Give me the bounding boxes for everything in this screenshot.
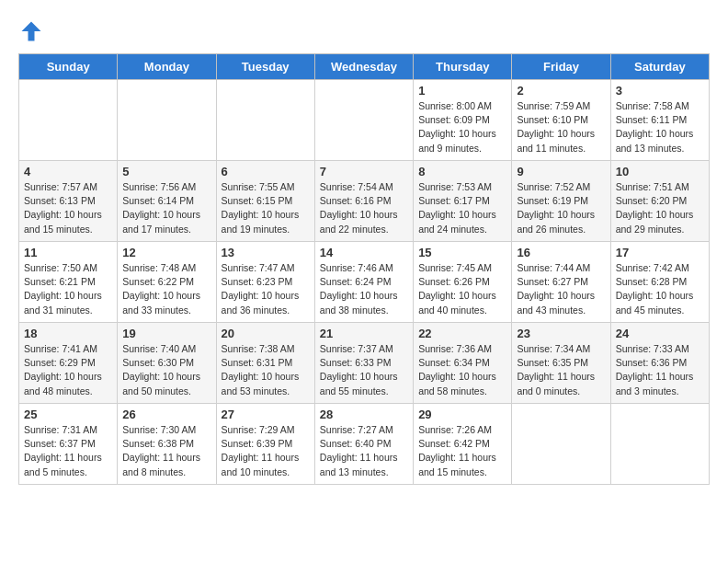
day-info: Sunrise: 7:31 AM Sunset: 6:37 PM Dayligh… <box>24 423 112 479</box>
day-number: 5 <box>122 165 210 178</box>
day-info: Sunrise: 7:51 AM Sunset: 6:20 PM Dayligh… <box>616 180 704 236</box>
day-info: Sunrise: 7:57 AM Sunset: 6:13 PM Dayligh… <box>24 180 112 236</box>
day-info: Sunrise: 7:52 AM Sunset: 6:19 PM Dayligh… <box>517 180 605 236</box>
calendar-cell: 9Sunrise: 7:52 AM Sunset: 6:19 PM Daylig… <box>512 161 610 242</box>
day-number: 28 <box>320 408 408 421</box>
calendar-cell: 21Sunrise: 7:37 AM Sunset: 6:33 PM Dayli… <box>314 323 413 404</box>
day-info: Sunrise: 7:26 AM Sunset: 6:42 PM Dayligh… <box>418 423 506 479</box>
calendar-cell: 26Sunrise: 7:30 AM Sunset: 6:38 PM Dayli… <box>118 404 216 485</box>
calendar-cell: 12Sunrise: 7:48 AM Sunset: 6:22 PM Dayli… <box>118 242 216 323</box>
calendar-week-row: 25Sunrise: 7:31 AM Sunset: 6:37 PM Dayli… <box>19 404 710 485</box>
weekday-header: Wednesday <box>314 54 413 80</box>
day-number: 14 <box>320 246 408 259</box>
calendar-cell <box>216 80 314 161</box>
calendar-cell: 3Sunrise: 7:58 AM Sunset: 6:11 PM Daylig… <box>610 80 709 161</box>
weekday-header: Thursday <box>414 54 512 80</box>
day-info: Sunrise: 7:40 AM Sunset: 6:30 PM Dayligh… <box>122 342 210 398</box>
day-number: 2 <box>517 84 605 98</box>
calendar-cell: 15Sunrise: 7:45 AM Sunset: 6:26 PM Dayli… <box>414 242 512 323</box>
svg-marker-0 <box>22 22 41 41</box>
day-number: 19 <box>122 327 210 340</box>
page-header <box>18 18 710 44</box>
calendar-week-row: 11Sunrise: 7:50 AM Sunset: 6:21 PM Dayli… <box>19 242 710 323</box>
calendar-cell: 13Sunrise: 7:47 AM Sunset: 6:23 PM Dayli… <box>216 242 314 323</box>
day-info: Sunrise: 7:48 AM Sunset: 6:22 PM Dayligh… <box>122 261 210 317</box>
logo <box>18 18 48 44</box>
day-number: 27 <box>222 408 310 421</box>
day-number: 11 <box>24 246 112 259</box>
calendar-cell: 2Sunrise: 7:59 AM Sunset: 6:10 PM Daylig… <box>512 80 610 161</box>
day-number: 3 <box>616 84 704 98</box>
day-info: Sunrise: 7:37 AM Sunset: 6:33 PM Dayligh… <box>320 342 408 398</box>
calendar-cell: 14Sunrise: 7:46 AM Sunset: 6:24 PM Dayli… <box>314 242 413 323</box>
day-info: Sunrise: 7:30 AM Sunset: 6:38 PM Dayligh… <box>122 423 210 479</box>
day-number: 23 <box>517 327 605 340</box>
calendar-cell: 27Sunrise: 7:29 AM Sunset: 6:39 PM Dayli… <box>216 404 314 485</box>
day-number: 16 <box>517 246 605 259</box>
weekday-header: Friday <box>512 54 610 80</box>
calendar-cell: 4Sunrise: 7:57 AM Sunset: 6:13 PM Daylig… <box>19 161 118 242</box>
calendar-cell: 7Sunrise: 7:54 AM Sunset: 6:16 PM Daylig… <box>314 161 413 242</box>
calendar-cell: 8Sunrise: 7:53 AM Sunset: 6:17 PM Daylig… <box>414 161 512 242</box>
calendar-cell <box>314 80 413 161</box>
day-number: 17 <box>616 246 704 259</box>
day-info: Sunrise: 7:50 AM Sunset: 6:21 PM Dayligh… <box>24 261 112 317</box>
day-number: 26 <box>122 408 210 421</box>
calendar-cell <box>19 80 118 161</box>
calendar-header-row: SundayMondayTuesdayWednesdayThursdayFrid… <box>19 54 710 80</box>
calendar-cell: 6Sunrise: 7:55 AM Sunset: 6:15 PM Daylig… <box>216 161 314 242</box>
day-info: Sunrise: 7:38 AM Sunset: 6:31 PM Dayligh… <box>222 342 310 398</box>
calendar-cell: 22Sunrise: 7:36 AM Sunset: 6:34 PM Dayli… <box>414 323 512 404</box>
day-info: Sunrise: 7:44 AM Sunset: 6:27 PM Dayligh… <box>517 261 605 317</box>
day-info: Sunrise: 7:27 AM Sunset: 6:40 PM Dayligh… <box>320 423 408 479</box>
calendar-cell: 19Sunrise: 7:40 AM Sunset: 6:30 PM Dayli… <box>118 323 216 404</box>
day-info: Sunrise: 7:34 AM Sunset: 6:35 PM Dayligh… <box>517 342 605 398</box>
calendar-table: SundayMondayTuesdayWednesdayThursdayFrid… <box>18 53 710 485</box>
day-info: Sunrise: 7:47 AM Sunset: 6:23 PM Dayligh… <box>222 261 310 317</box>
calendar-cell: 10Sunrise: 7:51 AM Sunset: 6:20 PM Dayli… <box>610 161 709 242</box>
weekday-header: Tuesday <box>216 54 314 80</box>
calendar-cell: 25Sunrise: 7:31 AM Sunset: 6:37 PM Dayli… <box>19 404 118 485</box>
calendar-week-row: 18Sunrise: 7:41 AM Sunset: 6:29 PM Dayli… <box>19 323 710 404</box>
day-number: 18 <box>24 327 112 340</box>
calendar-cell: 18Sunrise: 7:41 AM Sunset: 6:29 PM Dayli… <box>19 323 118 404</box>
calendar-week-row: 1Sunrise: 8:00 AM Sunset: 6:09 PM Daylig… <box>19 80 710 161</box>
day-number: 6 <box>222 165 310 178</box>
day-info: Sunrise: 7:53 AM Sunset: 6:17 PM Dayligh… <box>418 180 506 236</box>
calendar-week-row: 4Sunrise: 7:57 AM Sunset: 6:13 PM Daylig… <box>19 161 710 242</box>
day-info: Sunrise: 7:33 AM Sunset: 6:36 PM Dayligh… <box>616 342 704 398</box>
logo-icon <box>18 18 44 44</box>
day-number: 7 <box>320 165 408 178</box>
calendar-cell: 17Sunrise: 7:42 AM Sunset: 6:28 PM Dayli… <box>610 242 709 323</box>
calendar-cell: 16Sunrise: 7:44 AM Sunset: 6:27 PM Dayli… <box>512 242 610 323</box>
calendar-cell: 28Sunrise: 7:27 AM Sunset: 6:40 PM Dayli… <box>314 404 413 485</box>
day-info: Sunrise: 7:58 AM Sunset: 6:11 PM Dayligh… <box>616 99 704 155</box>
day-number: 1 <box>418 84 506 98</box>
calendar-cell: 20Sunrise: 7:38 AM Sunset: 6:31 PM Dayli… <box>216 323 314 404</box>
weekday-header: Monday <box>118 54 216 80</box>
day-info: Sunrise: 7:29 AM Sunset: 6:39 PM Dayligh… <box>222 423 310 479</box>
calendar-cell: 29Sunrise: 7:26 AM Sunset: 6:42 PM Dayli… <box>414 404 512 485</box>
calendar-cell <box>118 80 216 161</box>
day-number: 24 <box>616 327 704 340</box>
day-number: 20 <box>222 327 310 340</box>
day-number: 10 <box>616 165 704 178</box>
day-info: Sunrise: 7:36 AM Sunset: 6:34 PM Dayligh… <box>418 342 506 398</box>
day-number: 13 <box>222 246 310 259</box>
day-number: 15 <box>418 246 506 259</box>
calendar-cell <box>512 404 610 485</box>
day-info: Sunrise: 7:59 AM Sunset: 6:10 PM Dayligh… <box>517 99 605 155</box>
day-info: Sunrise: 7:41 AM Sunset: 6:29 PM Dayligh… <box>24 342 112 398</box>
day-number: 12 <box>122 246 210 259</box>
day-info: Sunrise: 8:00 AM Sunset: 6:09 PM Dayligh… <box>418 99 506 155</box>
day-number: 9 <box>517 165 605 178</box>
calendar-cell: 23Sunrise: 7:34 AM Sunset: 6:35 PM Dayli… <box>512 323 610 404</box>
day-info: Sunrise: 7:45 AM Sunset: 6:26 PM Dayligh… <box>418 261 506 317</box>
day-number: 22 <box>418 327 506 340</box>
weekday-header: Sunday <box>19 54 118 80</box>
day-info: Sunrise: 7:42 AM Sunset: 6:28 PM Dayligh… <box>616 261 704 317</box>
calendar-cell: 24Sunrise: 7:33 AM Sunset: 6:36 PM Dayli… <box>610 323 709 404</box>
day-number: 8 <box>418 165 506 178</box>
day-info: Sunrise: 7:46 AM Sunset: 6:24 PM Dayligh… <box>320 261 408 317</box>
calendar-cell: 11Sunrise: 7:50 AM Sunset: 6:21 PM Dayli… <box>19 242 118 323</box>
